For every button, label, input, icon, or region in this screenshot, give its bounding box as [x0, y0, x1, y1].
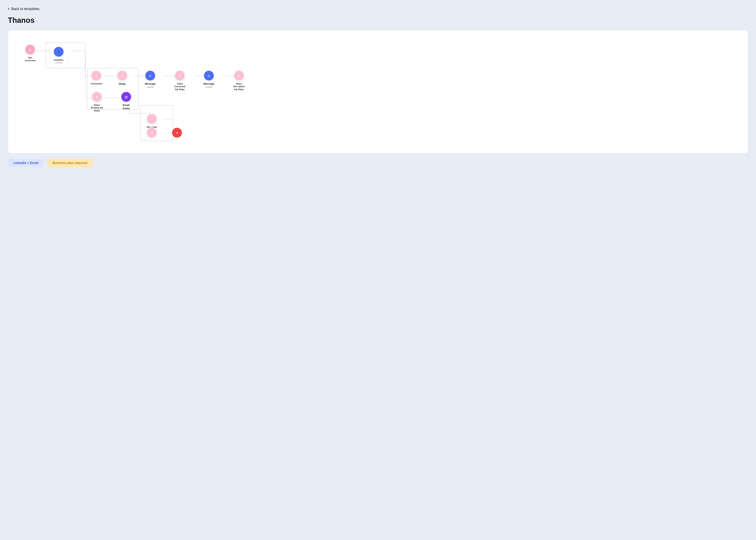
2days-delay-icon [233, 70, 244, 81]
5days-delay-icon [91, 91, 102, 102]
node-no-email-pink [146, 127, 157, 139]
node-2days-delay: 2daysNot replied&& Delay [233, 70, 244, 91]
invitation-icon [53, 46, 64, 57]
node-not-connected: Notconnected [25, 44, 36, 62]
email-finder-icon [121, 91, 132, 102]
node-5days-delay: 5daysPending &&Delay [91, 91, 103, 112]
node-1days-delay: 1daysConnected&& Delay [174, 70, 186, 91]
node-has-email: Has email [146, 113, 157, 128]
1days-delay-icon [174, 70, 185, 81]
no-email-red-icon [172, 127, 183, 138]
linkedin-email-badge: LinkedIn + Email [8, 159, 44, 167]
back-arrow-icon: ‹ [8, 6, 9, 11]
connected-icon [91, 70, 102, 81]
no-email-pink-icon [146, 127, 157, 138]
not-connected-icon [25, 44, 36, 55]
message2-icon [203, 70, 214, 81]
node-message2: Message LinkedIn [203, 70, 214, 88]
message1-icon [145, 70, 156, 81]
has-email-icon [146, 113, 157, 124]
page-title: Thanos [8, 16, 748, 25]
node-no-email-red [172, 127, 183, 139]
node-email-finder: Emailfinder [121, 91, 132, 110]
node-delay: Delay [117, 70, 128, 86]
node-message1: Message LinkedIn [145, 70, 156, 88]
flow-canvas: Notconnected Invitation LinkedIn Connect… [14, 37, 742, 147]
node-invitation: Invitation LinkedIn [50, 44, 67, 66]
delay-icon [117, 70, 128, 81]
flow-canvas-container: Notconnected Invitation LinkedIn Connect… [8, 30, 748, 153]
back-label: Back to templates [11, 7, 39, 11]
bottom-badges: LinkedIn + Email Business plan required [8, 159, 748, 167]
node-connected: Connected [91, 70, 102, 85]
business-plan-badge: Business plan required [47, 159, 93, 167]
back-to-templates[interactable]: ‹ Back to templates [8, 6, 748, 11]
